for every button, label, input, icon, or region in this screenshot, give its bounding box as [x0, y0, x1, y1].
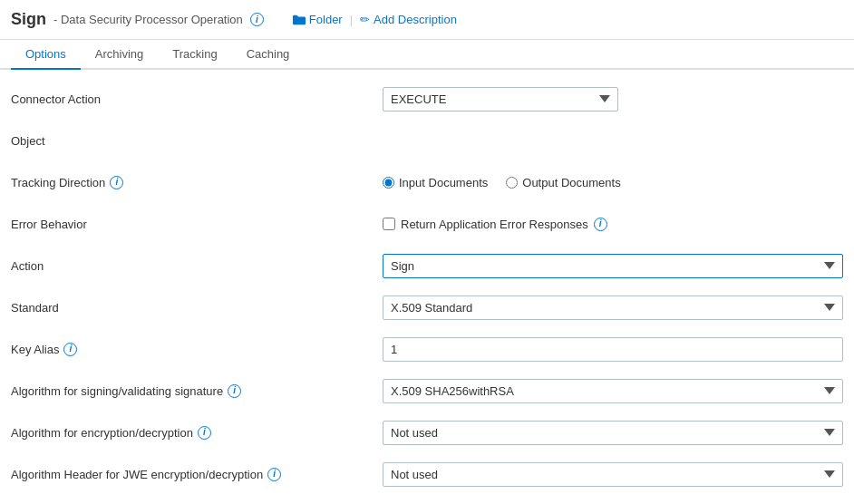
algo-sign-label: Algorithm for signing/validating signatu… [11, 384, 383, 398]
connector-action-select[interactable]: EXECUTE [383, 87, 618, 111]
pencil-icon: ✏ [360, 13, 370, 26]
add-description-link[interactable]: ✏ Add Description [360, 13, 457, 26]
key-alias-info-icon[interactable]: i [63, 343, 77, 356]
input-documents-label: Input Documents [399, 176, 488, 189]
page-title: Sign [11, 10, 46, 29]
input-documents-radio[interactable] [383, 177, 394, 189]
return-app-error-checkbox-row: Return Application Error Responses i [383, 218, 843, 231]
tracking-direction-row: Tracking Direction i Input Documents Out… [11, 168, 843, 197]
standard-row: Standard X.509 Standard [11, 293, 843, 322]
return-app-error-label: Return Application Error Responses [401, 218, 588, 231]
input-documents-radio-option[interactable]: Input Documents [383, 176, 488, 189]
return-app-error-checkbox[interactable] [383, 218, 395, 230]
key-alias-row: Key Alias i [11, 334, 843, 363]
tab-tracking[interactable]: Tracking [158, 40, 231, 70]
output-documents-radio-option[interactable]: Output Documents [506, 176, 620, 189]
algo-header-row: Algorithm Header for JWE encryption/decr… [11, 460, 843, 489]
object-row: Object [11, 126, 843, 155]
standard-select[interactable]: X.509 Standard [383, 296, 843, 320]
tab-caching[interactable]: Caching [232, 40, 305, 70]
standard-label: Standard [11, 301, 383, 315]
tracking-direction-label: Tracking Direction i [11, 176, 383, 189]
folder-icon [293, 14, 306, 26]
algo-sign-row: Algorithm for signing/validating signatu… [11, 376, 843, 405]
algo-enc-select[interactable]: Not used [383, 421, 843, 445]
form-content: Connector Action EXECUTE Object Tracking… [0, 70, 854, 504]
algo-header-info-icon[interactable]: i [267, 468, 281, 481]
tracking-direction-info-icon[interactable]: i [110, 176, 123, 189]
output-documents-radio[interactable] [506, 177, 518, 189]
tab-bar: Options Archiving Tracking Caching [0, 40, 854, 70]
error-behavior-row: Error Behavior Return Application Error … [11, 209, 843, 238]
algo-header-label: Algorithm Header for JWE encryption/decr… [11, 468, 383, 481]
key-alias-label: Key Alias i [11, 343, 383, 356]
folder-link[interactable]: Folder [293, 13, 343, 26]
return-app-error-info-icon[interactable]: i [594, 218, 607, 231]
algo-enc-info-icon[interactable]: i [198, 426, 211, 440]
add-description-label: Add Description [374, 13, 457, 26]
key-alias-input[interactable] [383, 337, 843, 362]
tab-options[interactable]: Options [11, 40, 81, 70]
output-documents-label: Output Documents [522, 176, 620, 189]
tab-archiving[interactable]: Archiving [81, 40, 158, 70]
page-header: Sign - Data Security Processor Operation… [0, 0, 854, 40]
action-label: Action [11, 259, 383, 273]
connector-action-row: Connector Action EXECUTE [11, 84, 843, 113]
action-select[interactable]: Sign Verify Encrypt Decrypt [383, 254, 843, 278]
algo-header-select[interactable]: Not used [383, 462, 843, 487]
error-behavior-label: Error Behavior [11, 218, 383, 231]
subtitle-info-icon[interactable]: i [250, 13, 264, 26]
algo-enc-row: Algorithm for encryption/decryption i No… [11, 418, 843, 447]
algo-enc-label: Algorithm for encryption/decryption i [11, 426, 383, 440]
action-row: Action Sign Verify Encrypt Decrypt [11, 251, 843, 280]
algo-sign-info-icon[interactable]: i [228, 384, 241, 398]
folder-label: Folder [309, 13, 343, 26]
tracking-direction-radio-group: Input Documents Output Documents [383, 176, 843, 189]
connector-action-label: Connector Action [11, 92, 383, 106]
object-label: Object [11, 134, 383, 148]
page-subtitle: - Data Security Processor Operation [53, 13, 243, 26]
algo-sign-select[interactable]: X.509 SHA256withRSA X.509 SHA512withRSA [383, 379, 843, 403]
